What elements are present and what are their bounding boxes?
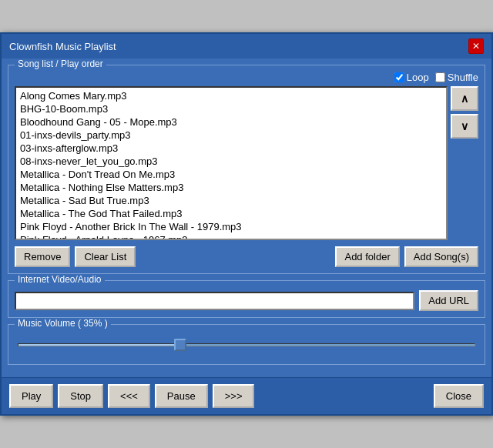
list-item[interactable]: Metallica - Don't Tread On Me.mp3 bbox=[18, 168, 444, 181]
list-item[interactable]: 03-inxs-afterglow.mp3 bbox=[18, 142, 444, 155]
close-title-button[interactable]: ✕ bbox=[468, 38, 484, 54]
window-body: Song list / Play order Loop Shuffle Alon… bbox=[2, 59, 491, 377]
song-list-container: Along Comes Mary.mp3BHG-10-Boom.mp3Blood… bbox=[15, 86, 478, 240]
add-url-button[interactable]: Add URL bbox=[419, 290, 478, 311]
prev-button[interactable]: <<< bbox=[108, 384, 150, 408]
nav-buttons: ∧ ∨ bbox=[451, 86, 478, 240]
next-button[interactable]: >>> bbox=[213, 384, 255, 408]
list-item[interactable]: 08-inxs-never_let_you_go.mp3 bbox=[18, 155, 444, 168]
song-list-group: Song list / Play order Loop Shuffle Alon… bbox=[8, 65, 485, 274]
list-item[interactable]: Pink Floyd - Arnold Layne - 1967.mp3 bbox=[18, 233, 444, 240]
list-item[interactable]: Metallica - Nothing Else Matters.mp3 bbox=[18, 181, 444, 194]
move-down-button[interactable]: ∨ bbox=[451, 114, 478, 139]
title-bar-left: Clownfish Music Playlist bbox=[9, 41, 116, 52]
list-item[interactable]: Bloodhound Gang - 05 - Mope.mp3 bbox=[18, 115, 444, 129]
clear-list-button[interactable]: Clear List bbox=[75, 246, 136, 267]
playback-bar: Play Stop <<< Pause >>> Close bbox=[2, 377, 491, 414]
shuffle-checkbox[interactable] bbox=[435, 72, 445, 82]
list-item[interactable]: Metallica - Sad But True.mp3 bbox=[18, 194, 444, 207]
internet-group: Internet Video/Audio Add URL bbox=[8, 280, 485, 318]
volume-group: Music Volume ( 35% ) bbox=[8, 324, 485, 365]
song-list-group-label: Song list / Play order bbox=[15, 59, 106, 69]
actions-right: Close bbox=[434, 384, 484, 408]
volume-slider[interactable] bbox=[18, 337, 475, 353]
list-item[interactable]: BHG-10-Boom.mp3 bbox=[18, 102, 444, 115]
song-listbox[interactable]: Along Comes Mary.mp3BHG-10-Boom.mp3Blood… bbox=[15, 86, 448, 240]
pause-button[interactable]: Pause bbox=[155, 384, 208, 408]
close-button[interactable]: Close bbox=[434, 384, 484, 408]
main-window: Clownfish Music Playlist ✕ Song list / P… bbox=[0, 32, 493, 416]
window-title: Clownfish Music Playlist bbox=[9, 41, 116, 52]
title-bar: Clownfish Music Playlist ✕ bbox=[2, 34, 491, 59]
list-item[interactable]: Metallica - The God That Failed.mp3 bbox=[18, 207, 444, 220]
url-input-row: Add URL bbox=[15, 290, 478, 311]
remove-button[interactable]: Remove bbox=[15, 246, 70, 267]
list-item[interactable]: 01-inxs-devils_party.mp3 bbox=[18, 129, 444, 142]
url-input[interactable] bbox=[15, 292, 414, 310]
stop-button[interactable]: Stop bbox=[58, 384, 103, 408]
loop-checkbox[interactable] bbox=[394, 72, 404, 82]
loop-label[interactable]: Loop bbox=[394, 72, 429, 83]
playback-left: Play Stop <<< Pause >>> bbox=[9, 384, 254, 408]
shuffle-label[interactable]: Shuffle bbox=[435, 72, 478, 83]
add-songs-button[interactable]: Add Song(s) bbox=[404, 246, 478, 267]
song-list-actions: Remove Clear List Add folder Add Song(s) bbox=[15, 246, 478, 267]
list-item[interactable]: Along Comes Mary.mp3 bbox=[18, 89, 444, 102]
play-button[interactable]: Play bbox=[9, 384, 53, 408]
internet-group-label: Internet Video/Audio bbox=[15, 274, 105, 285]
list-item[interactable]: Pink Floyd - Another Brick In The Wall -… bbox=[18, 220, 444, 233]
volume-group-label: Music Volume ( 35% ) bbox=[15, 318, 111, 329]
song-list-header: Loop Shuffle bbox=[15, 72, 478, 83]
add-folder-button[interactable]: Add folder bbox=[335, 246, 399, 267]
move-up-button[interactable]: ∧ bbox=[451, 86, 478, 111]
volume-slider-container bbox=[15, 331, 478, 358]
